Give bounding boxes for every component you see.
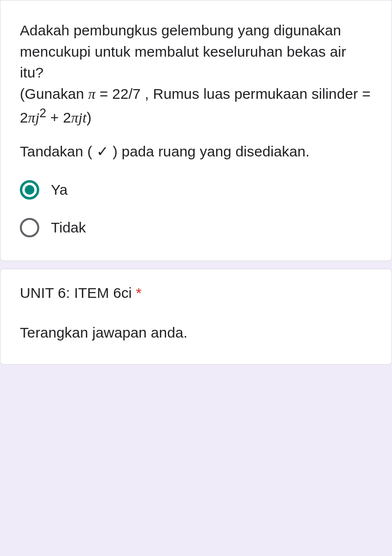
pi-symbol-2: π [28,109,35,125]
required-asterisk: * [136,285,142,301]
pi-symbol-3: π [71,109,78,125]
question-text: Adakah pembungkus gelembung yang digunak… [20,20,372,128]
radio-option-tidak[interactable]: Tidak [20,218,372,237]
radio-option-ya[interactable]: Ya [20,180,372,200]
section-title: UNIT 6: ITEM 6ci * [20,285,372,301]
question-line-1: Adakah pembungkus gelembung yang digunak… [20,22,346,80]
formula-prefix: (Gunakan [20,86,88,102]
radio-label-ya: Ya [51,182,67,198]
section-subtext: Terangkan jawapan anda. [20,324,372,341]
radio-selected-icon [20,180,39,200]
question-card-2: UNIT 6: ITEM 6ci * Terangkan jawapan and… [0,269,392,365]
question-card-1: Adakah pembungkus gelembung yang digunak… [0,0,392,261]
radio-label-tidak: Tidak [51,219,86,236]
radio-group: Ya Tidak [20,180,372,237]
term-j-sup: 2 [39,106,46,120]
pi-symbol-1: π [88,86,95,102]
close-paren: ) [87,109,92,125]
term-jt: jt [78,109,87,125]
instruction-text: Tandakan ( ✓ ) pada ruang yang disediaka… [20,141,372,162]
section-title-text: UNIT 6: ITEM 6ci [20,285,136,301]
plus-text: + 2 [46,109,71,125]
radio-unselected-icon [20,218,39,237]
